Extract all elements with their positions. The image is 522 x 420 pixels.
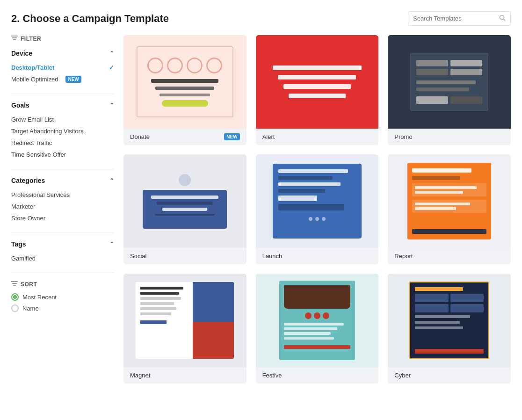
filter-item-mobile[interactable]: Mobile Optimized NEW bbox=[11, 73, 114, 85]
filter-item-marketer[interactable]: Marketer bbox=[11, 201, 114, 212]
template-footer-report: Report bbox=[388, 248, 511, 264]
filter-item-desktop[interactable]: Desktop/Tablet ✓ bbox=[11, 62, 114, 73]
device-section: Device ⌃ Desktop/Tablet ✓ Mobile Optimiz… bbox=[11, 50, 114, 85]
template-name-donate: Donate bbox=[130, 133, 150, 140]
template-card-launch[interactable]: Launch bbox=[256, 154, 379, 264]
mobile-new-badge: NEW bbox=[65, 76, 81, 83]
template-preview-promo bbox=[388, 35, 511, 129]
divider-1 bbox=[11, 94, 114, 94]
filter-label: FILTER bbox=[21, 36, 41, 42]
page-header: 2. Choose a Campaign Template bbox=[11, 11, 511, 26]
divider-4 bbox=[11, 273, 114, 273]
sidebar: FILTER Device ⌃ Desktop/Tablet ✓ Mobile … bbox=[11, 35, 123, 384]
filter-item-store-owner[interactable]: Store Owner bbox=[11, 212, 114, 224]
template-name-festive: Festive bbox=[262, 372, 282, 379]
template-name-magnet: Magnet bbox=[130, 372, 150, 379]
tags-chevron-icon: ⌃ bbox=[109, 241, 114, 247]
radio-inner-recent bbox=[13, 295, 17, 299]
categories-section: Categories ⌃ Professional Services Marke… bbox=[11, 177, 114, 224]
template-name-launch: Launch bbox=[262, 253, 283, 260]
divider-3 bbox=[11, 232, 114, 233]
template-footer-social: Social bbox=[123, 248, 246, 264]
template-name-cyber: Cyber bbox=[394, 372, 411, 379]
sort-option-name[interactable]: Name bbox=[11, 304, 114, 312]
template-name-social: Social bbox=[130, 253, 146, 260]
page-container: 2. Choose a Campaign Template bbox=[0, 0, 522, 420]
search-icon bbox=[499, 14, 506, 22]
device-section-title[interactable]: Device ⌃ bbox=[11, 50, 114, 57]
template-name-promo: Promo bbox=[394, 133, 412, 140]
sort-lines-icon bbox=[11, 281, 18, 288]
template-preview-social bbox=[123, 154, 246, 248]
filter-item-professional[interactable]: Professional Services bbox=[11, 189, 114, 201]
filter-item-redirect[interactable]: Redirect Traffic bbox=[11, 137, 114, 149]
goals-section-title[interactable]: Goals ⌃ bbox=[11, 101, 114, 109]
categories-chevron-icon: ⌃ bbox=[109, 177, 114, 184]
template-card-magnet[interactable]: Magnet bbox=[123, 274, 246, 384]
filter-item-grow-email[interactable]: Grow Email List bbox=[11, 114, 114, 125]
device-chevron-icon: ⌃ bbox=[109, 50, 114, 57]
template-card-social[interactable]: Social bbox=[123, 154, 246, 264]
template-card-festive[interactable]: Festive bbox=[256, 274, 379, 384]
template-footer-launch: Launch bbox=[256, 248, 379, 264]
template-preview-magnet bbox=[123, 274, 246, 367]
sort-section: SORT Most Recent Name bbox=[11, 281, 114, 312]
template-card-alert[interactable]: Alert bbox=[256, 35, 379, 145]
template-preview-launch bbox=[256, 154, 379, 248]
page-title: 2. Choose a Campaign Template bbox=[11, 13, 169, 25]
template-preview-cyber bbox=[388, 274, 511, 367]
filter-item-target-abandoning[interactable]: Target Abandoning Visitors bbox=[11, 125, 114, 137]
template-footer-magnet: Magnet bbox=[123, 367, 246, 384]
radio-recent[interactable] bbox=[11, 293, 19, 301]
sort-label: SORT bbox=[21, 281, 37, 288]
filter-lines-icon bbox=[11, 35, 18, 42]
template-card-cyber[interactable]: Cyber bbox=[388, 274, 511, 384]
template-footer-promo: Promo bbox=[388, 129, 511, 145]
template-footer-alert: Alert bbox=[256, 129, 379, 145]
sort-header: SORT bbox=[11, 281, 114, 288]
goals-section: Goals ⌃ Grow Email List Target Abandonin… bbox=[11, 101, 114, 160]
template-card-report[interactable]: Report bbox=[388, 154, 511, 264]
svg-line-1 bbox=[504, 19, 506, 21]
main-layout: FILTER Device ⌃ Desktop/Tablet ✓ Mobile … bbox=[11, 35, 511, 384]
goals-chevron-icon: ⌃ bbox=[109, 102, 114, 109]
template-preview-festive bbox=[256, 274, 379, 367]
template-footer-cyber: Cyber bbox=[388, 367, 511, 384]
divider-2 bbox=[11, 169, 114, 169]
filter-header: FILTER bbox=[11, 35, 114, 42]
filter-item-time-sensitive[interactable]: Time Sensitive Offer bbox=[11, 149, 114, 160]
sort-option-recent[interactable]: Most Recent bbox=[11, 293, 114, 301]
template-preview-donate bbox=[123, 35, 246, 129]
template-footer-donate: Donate NEW bbox=[123, 129, 246, 145]
template-card-donate[interactable]: Donate NEW bbox=[123, 35, 246, 145]
filter-item-gamified[interactable]: Gamified bbox=[11, 253, 114, 264]
template-preview-report bbox=[388, 154, 511, 248]
tags-section-title[interactable]: Tags ⌃ bbox=[11, 240, 114, 248]
search-input[interactable] bbox=[413, 15, 496, 22]
search-box[interactable] bbox=[408, 11, 511, 26]
templates-grid: Donate NEW Alert bbox=[123, 35, 511, 384]
radio-name[interactable] bbox=[11, 304, 19, 312]
check-icon: ✓ bbox=[109, 64, 114, 71]
template-name-alert: Alert bbox=[262, 133, 275, 140]
categories-section-title[interactable]: Categories ⌃ bbox=[11, 177, 114, 184]
donate-new-badge: NEW bbox=[224, 133, 239, 140]
template-card-promo[interactable]: Promo bbox=[388, 35, 511, 145]
template-footer-festive: Festive bbox=[256, 367, 379, 384]
template-preview-alert bbox=[256, 35, 379, 129]
template-name-report: Report bbox=[394, 253, 413, 260]
tags-section: Tags ⌃ Gamified bbox=[11, 240, 114, 264]
